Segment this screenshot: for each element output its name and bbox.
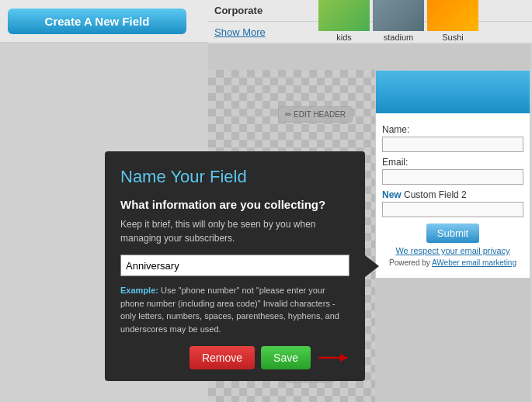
powered-by: Powered by AWeber email marketing xyxy=(382,258,523,267)
thumb-sushi-label: Sushi xyxy=(426,33,480,42)
thumbnail-area: kids stadium Sushi xyxy=(317,0,480,42)
thumb-kids-label: kids xyxy=(317,33,371,42)
custom-field-text: Custom Field 2 xyxy=(404,189,467,200)
dialog-arrow xyxy=(365,255,379,277)
email-field-input[interactable] xyxy=(382,169,523,185)
dialog-example: Example: Use "phone number" not "please … xyxy=(120,284,349,335)
create-new-field-button[interactable]: Create A New Field xyxy=(8,9,186,34)
dialog-title: Name Your Field xyxy=(120,167,349,187)
thumb-kids-image xyxy=(318,0,370,31)
thumb-sushi-image xyxy=(427,0,478,31)
form-preview-header xyxy=(376,71,530,113)
thumb-stadium[interactable]: stadium xyxy=(371,0,426,42)
name-field-label: Name: xyxy=(382,124,523,135)
dialog-description: Keep it brief, this will only be seen by… xyxy=(120,217,349,245)
thumb-stadium-image xyxy=(373,0,424,31)
form-preview: Name: Email: New Custom Field 2 Submit W… xyxy=(375,70,530,279)
custom-field-input[interactable] xyxy=(382,202,523,217)
pencil-icon: ✏ xyxy=(285,110,291,119)
new-custom-highlight: New xyxy=(382,189,402,200)
thumb-sushi[interactable]: Sushi xyxy=(426,0,480,42)
save-button[interactable]: Save xyxy=(261,346,311,369)
svg-marker-1 xyxy=(340,354,348,362)
powered-text: Powered by xyxy=(389,258,432,267)
privacy-link[interactable]: We respect your email privacy xyxy=(382,246,523,255)
edit-header-button[interactable]: ✏ EDIT HEADER xyxy=(278,106,353,123)
aweber-link[interactable]: AWeber email marketing xyxy=(432,258,516,267)
corporate-label: Corporate xyxy=(214,5,263,16)
dialog-buttons: Remove Save xyxy=(120,346,349,369)
dialog-question: What information are you collecting? xyxy=(120,198,349,211)
remove-button[interactable]: Remove xyxy=(190,346,255,369)
field-name-input[interactable] xyxy=(120,255,349,276)
new-custom-field-label: New Custom Field 2 xyxy=(382,189,523,200)
submit-button[interactable]: Submit xyxy=(426,224,479,243)
form-preview-fields: Name: Email: New Custom Field 2 Submit W… xyxy=(376,113,530,278)
save-arrow-indicator xyxy=(318,350,349,366)
edit-header-label: EDIT HEADER xyxy=(294,110,346,119)
thumb-stadium-label: stadium xyxy=(371,33,426,42)
thumb-kids[interactable]: kids xyxy=(317,0,371,42)
name-field-input[interactable] xyxy=(382,137,523,152)
top-bar: Create A New Field Corporate Show More k… xyxy=(0,0,532,43)
show-more-link[interactable]: Show More xyxy=(214,26,266,38)
example-bold-label: Example: xyxy=(120,286,158,295)
name-your-field-dialog: Name Your Field What information are you… xyxy=(105,151,365,381)
email-field-label: Email: xyxy=(382,157,523,168)
